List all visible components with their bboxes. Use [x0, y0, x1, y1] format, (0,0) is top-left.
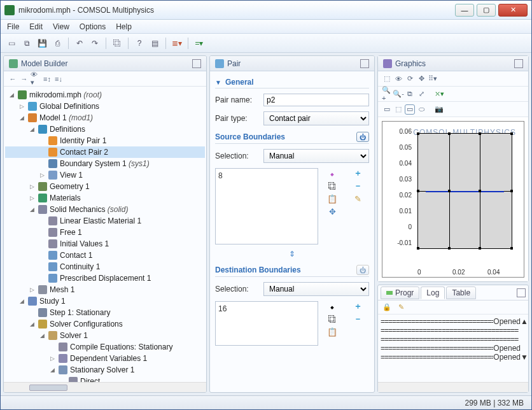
tree-root[interactable]: ◢mikrodomi.mph (root) — [5, 89, 205, 101]
section-general[interactable]: ▼ General — [215, 76, 369, 88]
save-icon[interactable]: 💾 — [35, 36, 49, 50]
refresh-icon[interactable]: ⟳ — [405, 74, 415, 84]
undo-icon[interactable]: ↶ — [73, 36, 87, 50]
tree-boundary-system[interactable]: Boundary System 1 (sys1) — [5, 158, 205, 169]
select3-icon[interactable]: ▭ — [405, 104, 415, 115]
tree-global-definitions[interactable]: ▷Global Definitions — [5, 101, 205, 112]
clear-log-icon[interactable]: ✎ — [396, 302, 406, 313]
tree-geometry[interactable]: ▷Geometry 1 — [5, 181, 205, 192]
source-zoom-icon[interactable]: ✥ — [327, 206, 337, 216]
section-source-boundaries[interactable]: Source Boundaries ⏻ — [215, 131, 369, 144]
tree-model1[interactable]: ◢Model 1 (mod1) — [5, 112, 205, 124]
print-icon[interactable]: ⎙ — [50, 36, 64, 50]
tree-initial-values[interactable]: Initial Values 1 — [5, 238, 205, 250]
dest-list[interactable]: 16 — [215, 301, 318, 346]
tree-definitions[interactable]: ◢Definitions — [5, 124, 205, 135]
axes-icon[interactable]: ⤬▾ — [434, 89, 444, 99]
tree-prescribed-displacement[interactable]: Prescribed Displacement 1 — [5, 272, 205, 284]
tree-hscroll[interactable] — [4, 382, 206, 392]
tab-table[interactable]: Table — [446, 286, 476, 299]
title-bar[interactable]: mikrodomi.mph - COMSOL Multiphysics — ▢ … — [1, 1, 531, 20]
log-body[interactable]: ====================================Open… — [378, 315, 528, 382]
menu-help[interactable]: Help — [116, 22, 132, 31]
pair-menu-icon[interactable] — [360, 59, 369, 68]
dest-remove-icon[interactable]: － — [353, 314, 363, 324]
tree-direct[interactable]: Direct — [5, 376, 205, 382]
maximize-button[interactable]: ▢ — [477, 4, 496, 17]
menu-file[interactable]: File — [7, 22, 19, 31]
tree-continuity1[interactable]: Continuity 1 — [5, 261, 205, 272]
tree-materials[interactable]: ▷Materials — [5, 192, 205, 204]
compute-icon[interactable]: =▾ — [192, 36, 206, 50]
expand-icon[interactable]: ≡↕ — [42, 74, 52, 84]
tree-step1[interactable]: Step 1: Stationary — [5, 307, 205, 318]
camera-icon[interactable]: 📷 — [434, 104, 444, 115]
source-paste-icon[interactable]: 📋 — [327, 194, 337, 204]
tree-contact1[interactable]: Contact 1 — [5, 250, 205, 261]
redo-icon[interactable]: ↷ — [88, 36, 102, 50]
open-icon[interactable]: ⧉ — [20, 36, 34, 50]
tab-progress[interactable]: Progr — [381, 286, 419, 299]
eye2-icon[interactable]: 👁 — [393, 74, 403, 84]
tree-mesh1[interactable]: ▷Mesh 1 — [5, 284, 205, 295]
tree-dependent-vars[interactable]: ▷Dependent Variables 1 — [5, 353, 205, 364]
dest-power-icon[interactable]: ⏻ — [356, 265, 369, 275]
panel-menu-icon[interactable] — [192, 59, 201, 68]
minimize-button[interactable]: — — [455, 4, 474, 17]
forward-icon[interactable]: → — [19, 74, 29, 84]
source-add-icon[interactable]: ＋ — [353, 168, 363, 178]
dest-selection-select[interactable]: Manual — [263, 282, 369, 296]
pair-name-input[interactable] — [263, 94, 369, 106]
back-icon[interactable]: ← — [8, 74, 18, 84]
section-dest-boundaries[interactable]: Destination Boundaries ⏻ — [215, 264, 369, 277]
new-icon[interactable]: ▭ — [4, 36, 18, 50]
tree-linear-elastic[interactable]: Linear Elastic Material 1 — [5, 215, 205, 227]
help-icon[interactable]: ? — [132, 36, 146, 50]
close-button[interactable]: ✕ — [498, 4, 528, 17]
menu-options[interactable]: Options — [80, 22, 106, 31]
dest-copy-icon[interactable]: ⿻ — [327, 314, 337, 324]
menu-edit[interactable]: Edit — [29, 22, 43, 31]
model-tree[interactable]: ◢mikrodomi.mph (root) ▷Global Definition… — [4, 87, 206, 382]
doc-icon[interactable]: ▤ — [148, 36, 162, 50]
tree-view1[interactable]: ▷View 1 — [5, 169, 205, 181]
pair-type-select[interactable]: Contact pair — [263, 111, 369, 125]
source-clear-icon[interactable]: ✎ — [353, 194, 363, 204]
eye-icon[interactable]: 👁▾ — [31, 74, 41, 84]
scene-icon[interactable]: ⬚ — [382, 74, 392, 84]
dest-paste-icon[interactable]: 📋 — [327, 327, 337, 337]
source-selection-select[interactable]: Manual — [263, 149, 369, 163]
tree-solver1[interactable]: ◢Solver 1 — [5, 330, 205, 341]
lock-icon[interactable]: 🔒 — [382, 302, 392, 313]
plot-area[interactable]: COMSOL MULTIPHYSICS 0.06 0.05 0.04 0.03 … — [378, 117, 528, 281]
swap-icon[interactable]: ⇕ — [215, 250, 369, 258]
crosshair-icon[interactable]: ✥ — [416, 74, 426, 84]
tree-identity-pair[interactable]: Identity Pair 1 — [5, 135, 205, 146]
dots-icon[interactable]: ⠿▾ — [428, 74, 438, 84]
source-activate-icon[interactable]: ⬥ — [327, 168, 337, 178]
log-hscroll[interactable] — [378, 382, 528, 392]
log-menu-icon[interactable] — [517, 288, 526, 297]
zoom-in-icon[interactable]: 🔍+ — [382, 89, 392, 99]
source-power-icon[interactable]: ⏻ — [356, 132, 369, 142]
zoom-box-icon[interactable]: ⧉ — [405, 89, 415, 99]
copy-icon[interactable]: ⿻ — [110, 36, 124, 50]
menu-view[interactable]: View — [53, 22, 69, 31]
tree-contact-pair[interactable]: Contact Pair 2 — [5, 146, 205, 158]
tree-free1[interactable]: Free 1 — [5, 227, 205, 238]
select4-icon[interactable]: ⬭ — [416, 104, 426, 115]
zoom-out-icon[interactable]: 🔍- — [393, 89, 403, 99]
tree-solid-mechanics[interactable]: ◢Solid Mechanics (solid) — [5, 204, 205, 215]
source-list[interactable]: 8 — [215, 168, 318, 244]
zoom-extents-icon[interactable]: ⤢ — [416, 89, 426, 99]
source-copy-icon[interactable]: ⿻ — [327, 181, 337, 191]
source-remove-icon[interactable]: － — [353, 181, 363, 191]
tab-log[interactable]: Log — [421, 286, 445, 299]
tree-compile-equations[interactable]: Compile Equations: Stationary — [5, 341, 205, 353]
tree-stationary-solver[interactable]: ◢Stationary Solver 1 — [5, 364, 205, 376]
dest-add-icon[interactable]: ＋ — [353, 301, 363, 311]
tree-study1[interactable]: ◢Study 1 — [5, 295, 205, 307]
collapse-icon[interactable]: ≡↓ — [53, 74, 64, 84]
select2-icon[interactable]: ⬚ — [393, 104, 403, 115]
graphics-menu-icon[interactable] — [514, 59, 523, 68]
